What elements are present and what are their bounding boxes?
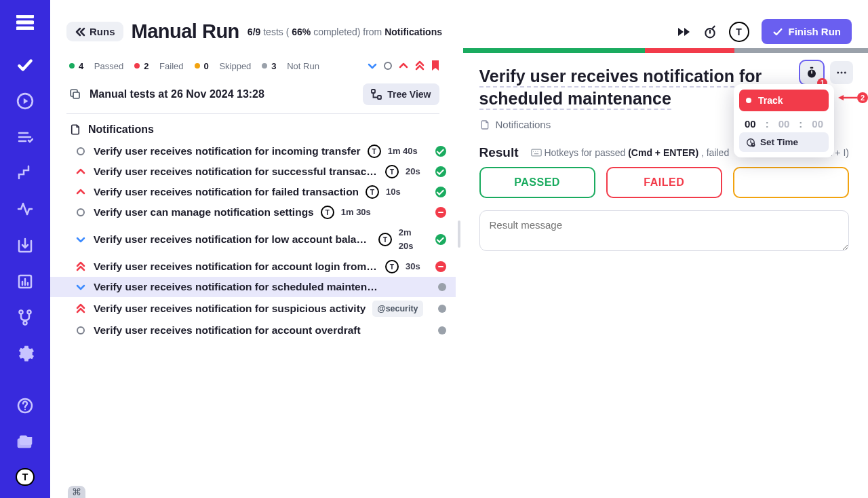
test-name[interactable]: Verify user receives notification for sc…: [94, 280, 378, 294]
play-circle-icon[interactable]: [12, 91, 39, 111]
assignee-icon: T: [385, 260, 399, 273]
passed-button[interactable]: PASSED: [479, 167, 595, 198]
tree-view-button[interactable]: Tree View: [363, 83, 439, 105]
tree-icon: [371, 89, 382, 100]
track-button[interactable]: Track: [739, 90, 829, 111]
help-icon[interactable]: [12, 396, 39, 416]
skipped-button[interactable]: [733, 167, 849, 198]
progress-text: 6/9 tests ( 66% completed) from Notifica…: [248, 26, 442, 37]
svg-rect-25: [378, 96, 381, 99]
time-input[interactable]: 00:00:00: [739, 111, 829, 132]
svg-marker-19: [684, 28, 690, 36]
copy-icon[interactable]: [69, 88, 81, 100]
status-none-icon: [438, 283, 446, 291]
test-duration: 20s: [406, 165, 420, 178]
activity-icon[interactable]: [12, 199, 39, 219]
failed-button[interactable]: FAILED: [606, 167, 722, 198]
more-icon: [835, 66, 848, 79]
test-row[interactable]: Verify user receives notification for su…: [50, 297, 456, 320]
chevron-double-left-icon: [75, 27, 85, 37]
test-name[interactable]: Verify user can manage notification sett…: [94, 206, 314, 219]
priority-icon: [75, 261, 87, 272]
test-name[interactable]: Verify user receives notification for in…: [94, 145, 361, 158]
assignee-icon: T: [368, 145, 381, 158]
test-duration: 2m 20s: [399, 226, 429, 253]
test-row[interactable]: Verify user receives notification for in…: [50, 141, 456, 161]
record-icon: [746, 98, 751, 103]
annotation-arrow-2: 2: [838, 92, 868, 103]
split-handle[interactable]: [456, 51, 462, 498]
timer-icon[interactable]: [703, 25, 717, 39]
assignee-icon: T: [321, 206, 334, 219]
test-duration: 1m 30s: [341, 206, 371, 219]
check-icon[interactable]: [12, 55, 39, 75]
svg-rect-26: [810, 67, 814, 69]
finish-run-button[interactable]: Finish Run: [762, 19, 852, 44]
priority-icon: [75, 326, 87, 334]
test-row[interactable]: Verify user receives notification for fa…: [50, 182, 456, 202]
priority-icon: [75, 235, 87, 244]
result-message-input[interactable]: [479, 210, 850, 251]
stopwatch-button[interactable]: 1: [800, 61, 823, 84]
filter-low-icon[interactable]: [368, 61, 377, 71]
branch-icon[interactable]: [12, 307, 39, 327]
menu-icon[interactable]: [12, 12, 39, 32]
filter-none-icon[interactable]: [384, 62, 392, 70]
test-duration: 10s: [386, 185, 401, 199]
bookmark-icon[interactable]: [431, 60, 439, 71]
result-heading: Result: [479, 145, 519, 160]
test-row[interactable]: Verify user receives notification for su…: [50, 161, 456, 182]
status-none-icon: [438, 326, 446, 334]
test-tag: @security: [372, 301, 422, 317]
filter-high-icon[interactable]: [399, 61, 408, 71]
status-fail-icon: [435, 207, 446, 218]
folders-icon[interactable]: [12, 432, 39, 452]
clock-set-icon: [746, 138, 755, 147]
priority-icon: [75, 167, 87, 176]
steps-icon[interactable]: [12, 164, 39, 183]
checklist-icon[interactable]: [12, 128, 39, 147]
test-name[interactable]: Verify user receives notification for ac…: [94, 324, 361, 337]
test-name[interactable]: Verify user receives notification for su…: [94, 165, 378, 178]
header: Runs Manual Run 6/9 tests ( 66% complete…: [50, 0, 868, 51]
fast-forward-icon[interactable]: [677, 26, 691, 37]
svg-rect-36: [531, 149, 540, 156]
stopwatch-icon: [806, 66, 818, 79]
test-row[interactable]: Verify user can manage notification sett…: [50, 202, 456, 223]
logo-icon[interactable]: T: [16, 468, 35, 486]
test-row[interactable]: Verify user receives notification for sc…: [50, 277, 456, 297]
status-pass-icon: [435, 187, 446, 197]
filter-critical-icon[interactable]: [415, 60, 425, 71]
test-row[interactable]: Verify user receives notification for ac…: [50, 320, 456, 341]
test-name[interactable]: Verify user receives notification for su…: [94, 302, 366, 315]
svg-rect-23: [73, 92, 79, 98]
svg-marker-4: [24, 98, 28, 104]
test-name[interactable]: Verify user receives notification for lo…: [94, 233, 372, 246]
status-pass-icon: [435, 166, 446, 177]
chart-bar-icon[interactable]: [12, 271, 39, 291]
status-pass-icon: [435, 234, 446, 245]
folder-header[interactable]: Notifications: [50, 114, 456, 141]
test-name[interactable]: Verify user receives notification for fa…: [94, 185, 359, 199]
svg-marker-18: [678, 28, 684, 36]
test-name[interactable]: Verify user receives notification for ac…: [94, 260, 378, 273]
set-time-button[interactable]: Set Time: [739, 132, 829, 152]
test-row[interactable]: Verify user receives notification for ac…: [50, 256, 456, 277]
run-name: Manual tests at 26 Nov 2024 13:28: [90, 88, 264, 100]
detail-title: Verify user receives notification for sc…: [479, 66, 762, 110]
svg-line-22: [713, 26, 715, 28]
back-to-runs-button[interactable]: Runs: [66, 22, 123, 41]
svg-rect-28: [811, 71, 812, 74]
hotkey-chip[interactable]: ⌘: [68, 486, 85, 498]
svg-marker-35: [838, 95, 844, 100]
import-icon[interactable]: [12, 235, 39, 255]
svg-rect-1: [16, 20, 34, 23]
test-duration: 30s: [406, 260, 420, 273]
more-button[interactable]: [830, 61, 853, 84]
file-icon: [69, 123, 81, 136]
test-row[interactable]: Verify user receives notification for lo…: [50, 223, 456, 256]
gear-icon[interactable]: [12, 344, 39, 364]
test-list: Verify user receives notification for in…: [50, 141, 456, 341]
assignee-avatar[interactable]: T: [729, 22, 749, 42]
svg-rect-0: [16, 15, 34, 18]
